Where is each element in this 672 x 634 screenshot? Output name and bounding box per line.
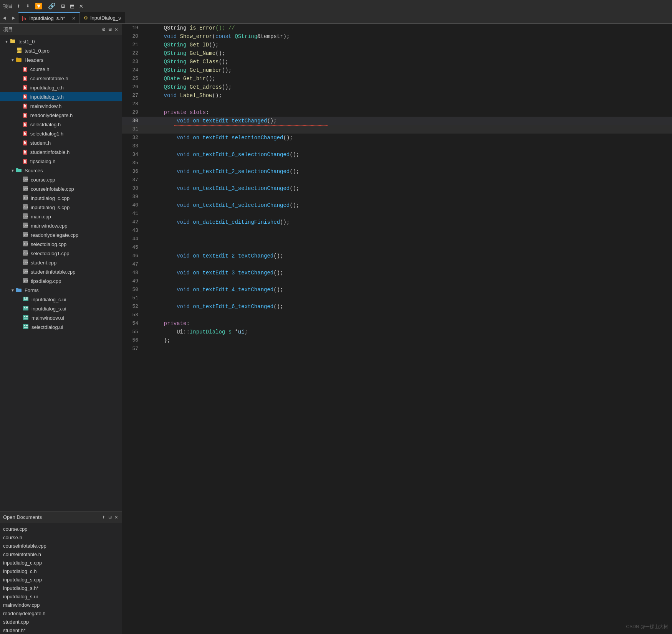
open-doc-item[interactable]: inputdialog_c.h [0, 567, 122, 575]
sidebar-tree-item[interactable]: c++ inputdialog_s.cpp [0, 203, 122, 212]
code-text[interactable]: void on_textEdit_selectionChanged(); [147, 134, 672, 142]
open-doc-item[interactable]: student.h* [0, 626, 122, 634]
code-text[interactable]: private slots: [147, 108, 672, 117]
sidebar-tree-item[interactable]: inputdialog_s.ui [0, 304, 122, 313]
code-text[interactable]: QDate Get_bir(); [147, 74, 672, 83]
open-doc-item[interactable]: inputdialog_s.ui [0, 592, 122, 601]
sidebar-tree-item[interactable]: c++ courseinfotable.cpp [0, 184, 122, 193]
sidebar-tree-item[interactable]: c++ selectdialog.cpp [0, 239, 122, 249]
code-editor[interactable]: 19 QString is_Error(); //20 void Show_er… [122, 24, 672, 634]
od-layout-btn[interactable]: ⊞ [108, 513, 112, 521]
sidebar-tree-item[interactable]: h selectdialog1.h [0, 129, 122, 138]
sidebar-tree-item[interactable]: ▼ Forms [0, 286, 122, 295]
open-documents-list[interactable]: course.cppcourse.hcourseinfotable.cppcou… [0, 523, 122, 634]
code-text[interactable]: void on_textEdit_2_textChanged(); [147, 252, 672, 260]
sort-up-btn[interactable]: ⬆ [15, 2, 22, 11]
code-text[interactable]: void on_dateEdit_editingFinished(); [147, 218, 672, 226]
code-text[interactable] [147, 345, 672, 353]
code-text[interactable] [147, 235, 672, 243]
open-doc-item[interactable]: inputdialog_s.cpp [0, 575, 122, 584]
code-text[interactable]: void on_textEdit_textChanged(); [147, 117, 672, 125]
code-text[interactable] [147, 159, 672, 167]
tab-inputdialog-s-class[interactable]: ⚙ InputDialog_s [80, 12, 125, 23]
sidebar-tree-item[interactable]: c++ student.cpp [0, 258, 122, 267]
layout-btn[interactable]: ⬒ [69, 2, 76, 11]
code-text[interactable]: void Label_Show(); [147, 91, 672, 100]
tab-nav-fwd[interactable]: ▶ [9, 12, 18, 23]
code-text[interactable]: QString Get_Name(); [147, 49, 672, 58]
sidebar-tree-item[interactable]: c++ course.cpp [0, 175, 122, 184]
code-text[interactable]: void on_textEdit_2_selectionChanged(); [147, 167, 672, 176]
sidebar-tree-item[interactable]: c++ tipsdialog.cpp [0, 276, 122, 286]
open-doc-item[interactable]: course.cpp [0, 525, 122, 533]
tab-close-btn[interactable]: ✕ [72, 16, 76, 21]
code-text[interactable] [147, 311, 672, 319]
open-doc-item[interactable]: course.h [0, 533, 122, 542]
code-text[interactable]: QString Get_adress(); [147, 83, 672, 91]
sidebar-tree-item[interactable]: ▼ test1_0 [0, 37, 122, 46]
sidebar-tree-item[interactable]: h mainwindow.h [0, 101, 122, 111]
sidebar-tree-item[interactable]: mainwindow.ui [0, 313, 122, 322]
sidebar-tree-item[interactable]: h tipsdialog.h [0, 157, 122, 166]
sidebar-tree-item[interactable]: h inputdialog_c.h [0, 83, 122, 92]
sidebar-tree-item[interactable]: inputdialog_c.ui [0, 295, 122, 304]
sidebar-tree-item[interactable]: h course.h [0, 64, 122, 74]
od-close-btn[interactable]: ✕ [114, 513, 119, 521]
sidebar-tree-item[interactable]: h studentinfotable.h [0, 147, 122, 157]
code-text[interactable]: QString is_Error(); // [147, 24, 672, 32]
code-text[interactable] [147, 100, 672, 108]
open-doc-item[interactable]: courseinfotable.h [0, 550, 122, 558]
open-doc-item[interactable]: inputdialog_c.cpp [0, 558, 122, 567]
sidebar-close-btn[interactable]: ✕ [114, 25, 119, 33]
sidebar-tree-item[interactable]: h courseinfotable.h [0, 74, 122, 83]
code-text[interactable]: void on_textEdit_6_textChanged(); [147, 302, 672, 311]
open-doc-item[interactable]: readonlydelegate.h [0, 609, 122, 617]
close-btn[interactable]: ✕ [78, 2, 85, 11]
link-btn[interactable]: 🔗 [46, 2, 57, 11]
sidebar-tree-item[interactable]: h readonlydelegate.h [0, 111, 122, 120]
code-text[interactable] [147, 176, 672, 184]
code-text[interactable]: void on_textEdit_3_textChanged(); [147, 269, 672, 277]
code-text[interactable]: void on_textEdit_3_selectionChanged(); [147, 184, 672, 193]
sidebar-tree-item[interactable]: c++ readonlydelegate.cpp [0, 230, 122, 239]
sidebar-filter-btn[interactable]: ⚙ [101, 25, 106, 33]
code-text[interactable] [147, 260, 672, 269]
add-btn[interactable]: ⊞ [60, 2, 66, 11]
sidebar-tree-item[interactable]: c++ studentinfotable.cpp [0, 267, 122, 276]
code-text[interactable]: void on_textEdit_6_selectionChanged(); [147, 150, 672, 159]
code-text[interactable]: void Show_error(const QString&tempstr); [147, 32, 672, 41]
sidebar-tree-item[interactable]: c++ inputdialog_c.cpp [0, 193, 122, 203]
sidebar-tree-item[interactable]: ▼ Headers [0, 55, 122, 64]
tab-inputdialog-s-h[interactable]: h inputdialog_s.h* ✕ [18, 12, 80, 23]
code-text[interactable]: Ui::InputDialog_s *ui; [147, 328, 672, 336]
sidebar-tree-item[interactable]: ▼ Sources [0, 166, 122, 175]
sidebar-tree-item[interactable]: pro test1_0.pro [0, 46, 122, 55]
code-text[interactable] [147, 142, 672, 150]
sidebar-tree-item[interactable]: c++ selectdialog1.cpp [0, 249, 122, 258]
code-text[interactable]: void on_textEdit_4_textChanged(); [147, 286, 672, 294]
filter-btn[interactable]: 🔽 [33, 2, 44, 11]
code-text[interactable] [147, 226, 672, 235]
code-text[interactable]: private: [147, 319, 672, 328]
open-doc-item[interactable]: student.cpp [0, 617, 122, 626]
sidebar-tree-item[interactable]: selectdialog.ui [0, 322, 122, 332]
sidebar-tree-item[interactable]: c++ mainwindow.cpp [0, 221, 122, 230]
tab-nav-back[interactable]: ◀ [0, 12, 9, 23]
sidebar-tree-item[interactable]: h student.h [0, 138, 122, 147]
code-text[interactable]: QString Get_ID(); [147, 41, 672, 49]
sidebar-layout-btn[interactable]: ⊞ [108, 25, 112, 33]
code-text[interactable] [147, 193, 672, 201]
open-doc-item[interactable]: inputdialog_s.h* [0, 584, 122, 592]
code-text[interactable]: void on_textEdit_4_selectionChanged(); [147, 201, 672, 210]
sidebar-tree-item[interactable]: h selectdialog.h [0, 120, 122, 129]
code-text[interactable] [147, 277, 672, 286]
code-text[interactable]: QString Get_Class(); [147, 58, 672, 66]
code-text[interactable] [147, 210, 672, 218]
code-text[interactable] [147, 125, 672, 134]
sidebar-tree-item[interactable]: c++ main.cpp [0, 212, 122, 221]
code-text[interactable] [147, 294, 672, 302]
open-doc-item[interactable]: mainwindow.cpp [0, 601, 122, 609]
code-text[interactable]: }; [147, 336, 672, 345]
od-sort-btn[interactable]: ⬆ [101, 513, 106, 521]
sort-down-btn[interactable]: ⬇ [25, 2, 31, 11]
